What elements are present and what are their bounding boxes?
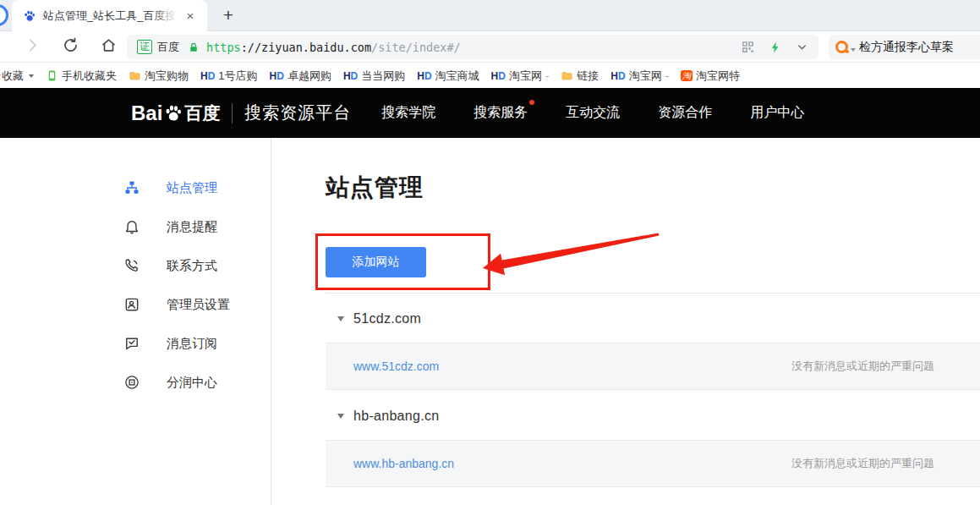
logo-divider xyxy=(232,103,233,124)
hd-icon: HD xyxy=(610,70,625,82)
nav-user-center[interactable]: 用户中心 xyxy=(750,104,804,122)
bookmark-taobao-sale[interactable]: 淘淘宝网特 xyxy=(681,69,740,84)
sidebar-item-label: 管理员设置 xyxy=(167,297,230,313)
admin-card-icon xyxy=(123,296,140,313)
url-text: https://ziyuan.baidu.com/site/index#/ xyxy=(206,41,461,54)
home-icon[interactable] xyxy=(100,36,118,54)
add-site-button[interactable]: 添加网站 xyxy=(326,247,426,277)
bookmark-favorites[interactable]: 收藏 xyxy=(2,69,34,84)
nav-interaction[interactable]: 互动交流 xyxy=(566,104,620,122)
folder-icon xyxy=(129,69,141,82)
url-host: ://ziyuan.baidu.com xyxy=(241,41,371,54)
lightning-icon[interactable] xyxy=(769,41,782,54)
bookmark-taobao1[interactable]: HD淘宝网- xyxy=(491,69,550,84)
bookmark-tmall[interactable]: HD淘宝商城 xyxy=(417,69,479,84)
browser-tab[interactable]: 站点管理_站长工具_百度搜索资 × xyxy=(12,0,207,31)
hd-icon: HD xyxy=(491,70,506,82)
new-tab-button[interactable]: + xyxy=(216,4,240,28)
page-content: 站点管理 消息提醒 联系方式 管理员设置 xyxy=(0,138,980,505)
site-status-text: 没有新消息或近期的严重问题 xyxy=(791,359,934,374)
bookmark-folder-links[interactable]: 链接 xyxy=(561,69,599,84)
site-verified-name: 百度 xyxy=(157,40,179,55)
tao-icon: 淘 xyxy=(681,70,693,81)
bookmark-mobile-favorites[interactable]: 手机收藏夹 xyxy=(46,69,117,84)
url-scheme: https xyxy=(206,41,241,54)
tab-title: 站点管理_站长工具_百度搜索资 xyxy=(43,8,177,24)
reload-icon[interactable] xyxy=(62,36,79,54)
notification-dot xyxy=(529,100,534,105)
bell-icon xyxy=(123,218,140,235)
sitemap-icon xyxy=(123,179,140,196)
tab-bar: 站点管理_站长工具_百度搜索资 × + xyxy=(0,0,980,31)
phone-icon xyxy=(123,257,140,274)
collapse-triangle-icon xyxy=(337,414,344,419)
bookmark-taobao2[interactable]: HD淘宝网- xyxy=(610,69,669,84)
chevron-down-icon[interactable] xyxy=(796,41,808,53)
baidu-paw-favicon xyxy=(23,9,36,23)
browser-logo-icon[interactable] xyxy=(0,4,8,26)
secure-lock-icon xyxy=(188,41,200,53)
profit-center-icon xyxy=(123,374,140,391)
hd-icon: HD xyxy=(343,70,358,82)
quick-search-box[interactable]: 检方通报李心草案 xyxy=(829,35,980,59)
mobile-phone-icon xyxy=(46,69,58,82)
hot-search-text[interactable]: 检方通报李心草案 xyxy=(859,40,954,55)
bookmarks-bar: ★ 收藏 手机收藏夹 淘宝购物 HD1号店购 HD卓越网购 HD当当网购 HD淘… xyxy=(0,63,980,88)
baidu-logo[interactable]: Bai 百度 xyxy=(131,102,220,125)
hd-icon: HD xyxy=(417,70,431,82)
cert-badge: 证 xyxy=(137,40,152,54)
nav-search-service[interactable]: 搜索服务 xyxy=(474,104,528,122)
sidebar-item-admin-settings[interactable]: 管理员设置 xyxy=(0,285,271,324)
bookmark-amazon[interactable]: HD卓越网购 xyxy=(270,69,331,84)
sidebar-item-label: 联系方式 xyxy=(167,258,217,274)
baidu-paw-icon xyxy=(163,103,183,124)
sidebar-item-profit-center[interactable]: 分润中心 xyxy=(0,363,271,402)
subscribe-check-icon xyxy=(123,335,140,352)
sidebar-item-message-subscription[interactable]: 消息订阅 xyxy=(0,324,271,363)
bookmark-dangdang[interactable]: HD当当网购 xyxy=(343,69,405,84)
qr-code-icon[interactable] xyxy=(741,40,755,54)
search-engine-caret-icon[interactable] xyxy=(851,48,856,52)
hd-icon: HD xyxy=(270,70,284,82)
search-engine-logo-icon xyxy=(835,41,848,53)
site-url-link[interactable]: www.51cdz.com xyxy=(353,360,439,373)
sidebar-item-label: 分润中心 xyxy=(167,375,217,391)
sidebar-item-label: 消息订阅 xyxy=(167,336,217,352)
site-domain: 51cdz.com xyxy=(353,311,421,327)
section-divider xyxy=(326,293,980,294)
sidebar-item-contact-info[interactable]: 联系方式 xyxy=(0,246,271,285)
platform-name: 搜索资源平台 xyxy=(244,102,351,124)
baidu-top-nav: Bai 百度 搜索资源平台 搜索学院 搜索服务 互动交流 资源合作 用户中心 xyxy=(0,88,980,138)
site-row: www.hb-anbang.cn 没有新消息或近期的严重问题 xyxy=(326,440,980,487)
site-url-link[interactable]: www.hb-anbang.cn xyxy=(353,457,454,470)
star-icon: ★ xyxy=(0,69,3,82)
nav-search-academy[interactable]: 搜索学院 xyxy=(381,104,435,122)
bookmark-folder-taobao[interactable]: 淘宝购物 xyxy=(129,69,189,84)
bookmark-yhd[interactable]: HD1号店购 xyxy=(200,69,258,84)
caret-down-icon xyxy=(29,74,34,78)
site-status-text: 没有新消息或近期的严重问题 xyxy=(791,456,934,471)
url-path: /site/index#/ xyxy=(371,41,461,54)
folder-icon xyxy=(561,69,573,82)
hd-icon: HD xyxy=(200,70,215,82)
tab-close-icon[interactable]: × xyxy=(182,8,199,25)
site-section-header[interactable]: 51cdz.com xyxy=(337,306,421,332)
sidebar-item-label: 站点管理 xyxy=(167,180,217,196)
sidebar: 站点管理 消息提醒 联系方式 管理员设置 xyxy=(0,138,271,505)
collapse-triangle-icon xyxy=(337,316,344,321)
site-domain: hb-anbang.cn xyxy=(353,409,439,424)
site-row: www.51cdz.com 没有新消息或近期的严重问题 xyxy=(326,343,980,390)
site-section-header[interactable]: hb-anbang.cn xyxy=(337,403,439,429)
sidebar-item-label: 消息提醒 xyxy=(167,219,217,235)
address-bar[interactable]: 证 百度 https://ziyuan.baidu.com/site/index… xyxy=(127,35,818,59)
sidebar-item-site-management[interactable]: 站点管理 xyxy=(0,168,271,207)
sidebar-item-message-reminder[interactable]: 消息提醒 xyxy=(0,207,271,246)
nav-resource-cooperation[interactable]: 资源合作 xyxy=(658,104,712,122)
forward-icon[interactable] xyxy=(24,36,41,54)
page-title: 站点管理 xyxy=(326,172,424,204)
browser-window: 站点管理_站长工具_百度搜索资 × + 证 百度 https://ziyuan.… xyxy=(0,0,980,505)
browser-toolbar: 证 百度 https://ziyuan.baidu.com/site/index… xyxy=(0,31,980,63)
